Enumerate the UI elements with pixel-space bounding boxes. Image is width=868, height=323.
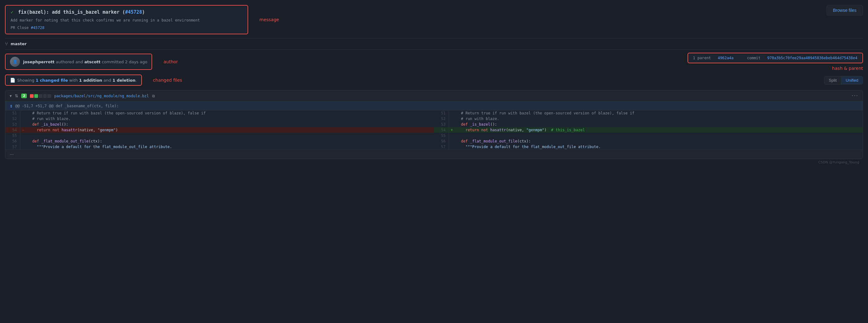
commit-title-suffix: ) — [142, 9, 145, 15]
diff-left-side: 51 # Return true if run with bazel (the … — [5, 110, 434, 150]
left-code-53: def _is_bazel(): — [26, 122, 434, 127]
changed-file-link[interactable]: 1 changed file — [35, 78, 68, 83]
branch-name: master — [10, 41, 27, 46]
pr-close-label: PR Close — [10, 26, 31, 30]
right-code-54: return not hasattr(native, "genmpm") # t… — [455, 127, 863, 133]
left-sign-54: - — [20, 127, 26, 133]
checkmark-icon: ✓ — [10, 9, 13, 15]
diff-block-deleted — [30, 94, 34, 98]
commit-title: ✓ fix(bazel): add this_is_bazel marker (… — [10, 9, 243, 15]
diff-split-view: 51 # Return true if run with bazel (the … — [5, 110, 863, 150]
right-line-num-57: 57 — [434, 144, 449, 150]
changed-files-annotation: changed files — [153, 77, 182, 83]
bottom-bar: ⋯ — [5, 150, 863, 159]
commit-hash-link[interactable]: 970a3b5c70fee29aa40945836ebeb464d75438e4 — [767, 56, 858, 60]
left-code-56: def _flat_module_out_file(ctx): — [26, 138, 434, 144]
hunk-range: @@ -51,7 +51,7 @@ def _basename_of(ctx, … — [15, 104, 119, 108]
right-code-51: # Return true if run with bazel (the ope… — [455, 110, 863, 116]
bottom-expand-icon[interactable]: ⋯ — [10, 152, 14, 157]
diff-right-line-56: 56 def _flat_module_out_file(ctx): — [434, 138, 863, 144]
left-sign-56 — [20, 138, 26, 144]
hash-annotation: hash & parent — [832, 66, 863, 71]
commit-time: committed 2 days ago — [102, 60, 147, 64]
right-sign-55 — [449, 133, 455, 138]
message-annotation: message — [259, 17, 279, 22]
diff-right-line-52: 52 # run with blaze. — [434, 116, 863, 122]
right-sign-56 — [449, 138, 455, 144]
branch-icon: ⑂ — [5, 41, 8, 47]
pr-close: PR Close #45728 — [10, 26, 243, 30]
committer-name[interactable]: atscott — [85, 60, 101, 64]
commit-label: commit — [747, 56, 761, 60]
avatar-image: 👤 — [10, 57, 20, 67]
right-line-num-55: 55 — [434, 133, 449, 138]
left-sign-51 — [20, 110, 26, 116]
right-code-53: def _is_bazel(): — [455, 122, 863, 127]
right-line-num-53: 53 — [434, 122, 449, 127]
changed-files-text: Showing 1 changed file with 1 addition a… — [17, 78, 137, 83]
copy-icon[interactable]: ⧉ — [152, 94, 155, 98]
parent-hash-link[interactable]: 4962a4a — [718, 56, 734, 60]
split-unified-toggle: Split Unified — [824, 76, 863, 85]
right-sign-53 — [449, 122, 455, 127]
diff-filename: packages/bazel/src/ng_module/ng_module.b… — [54, 94, 149, 98]
diff-left-line-52: 52 # run with blaze. — [5, 116, 434, 122]
expand-icon[interactable]: ↕ — [10, 103, 13, 109]
left-code-55 — [26, 133, 434, 138]
diff-container: ▾ ⇅ 2 packages/bazel/src/ng_module/ng_mo… — [5, 90, 863, 159]
diff-num-badge: 2 — [21, 94, 27, 98]
diff-right-line-51: 51 # Return true if run with bazel (the … — [434, 110, 863, 116]
diff-blocks — [30, 94, 51, 98]
right-line-num-56: 56 — [434, 138, 449, 144]
browse-files-button[interactable]: Browse files — [827, 5, 863, 15]
additions-count: 1 addition — [79, 78, 102, 83]
author-text: josephperrott authored and atscott commi… — [23, 60, 147, 64]
diff-left-line-55: 55 — [5, 133, 434, 138]
left-line-num-55: 55 — [5, 133, 20, 138]
commit-hash-box: 1 parent 4962a4a commit 970a3b5c70fee29a… — [687, 53, 863, 63]
changed-files-box: 📄 Showing 1 changed file with 1 addition… — [5, 74, 142, 86]
commit-message-box: ✓ fix(bazel): add this_is_bazel marker (… — [5, 5, 248, 34]
diff-toggle-chevron[interactable]: ▾ — [10, 94, 12, 98]
author-name[interactable]: josephperrott — [23, 60, 55, 64]
hash-parent-section: 1 parent 4962a4a commit 970a3b5c70fee29a… — [687, 53, 863, 71]
diff-right-side: 51 # Return true if run with bazel (the … — [434, 110, 863, 150]
left-line-num-52: 52 — [5, 116, 20, 122]
author-action: authored and — [56, 60, 83, 64]
changed-files-section: 📄 Showing 1 changed file with 1 addition… — [5, 74, 863, 86]
left-code-52: # run with blaze. — [26, 116, 434, 122]
more-options-icon[interactable]: ··· — [852, 93, 858, 99]
left-sign-52 — [20, 116, 26, 122]
branch-row: ⑂ master — [5, 38, 863, 50]
diff-file-header: ▾ ⇅ 2 packages/bazel/src/ng_module/ng_mo… — [5, 90, 863, 102]
left-code-54: return not hasattr(native, "genmpm") — [26, 127, 434, 133]
left-line-num-57: 57 — [5, 144, 20, 150]
left-sign-55 — [20, 133, 26, 138]
split-button[interactable]: Split — [824, 76, 841, 85]
left-sign-57 — [20, 144, 26, 150]
right-sign-51 — [449, 110, 455, 116]
deletions-count: 1 deletion — [113, 78, 135, 83]
diff-left-line-51: 51 # Return true if run with bazel (the … — [5, 110, 434, 116]
unified-button[interactable]: Unified — [841, 76, 863, 85]
pr-close-link[interactable]: #45728 — [31, 26, 44, 30]
diff-block-unchanged-3 — [48, 94, 51, 98]
right-code-55 — [455, 133, 863, 138]
left-sign-53 — [20, 122, 26, 127]
commit-pr-link[interactable]: #45728 — [125, 9, 142, 15]
diff-left-line-57: 57 """Provide a default for the flat_mod… — [5, 144, 434, 150]
right-sign-54: + — [449, 127, 455, 133]
left-code-51: # Return true if run with bazel (the ope… — [26, 110, 434, 116]
author-annotation: author — [163, 59, 178, 64]
diff-right-line-53: 53 def _is_bazel(): — [434, 122, 863, 127]
left-line-num-56: 56 — [5, 138, 20, 144]
showing-prefix: Showing — [17, 78, 35, 83]
diff-block-unchanged-1 — [39, 94, 42, 98]
author-box: 👤 josephperrott authored and atscott com… — [5, 54, 152, 70]
right-line-num-52: 52 — [434, 116, 449, 122]
diff-stat-icon: ⇅ — [15, 94, 19, 98]
diff-right-line-54: 54 + return not hasattr(native, "genmpm"… — [434, 127, 863, 133]
left-line-num-51: 51 — [5, 110, 20, 116]
diff-block-added — [34, 94, 38, 98]
right-sign-57 — [449, 144, 455, 150]
